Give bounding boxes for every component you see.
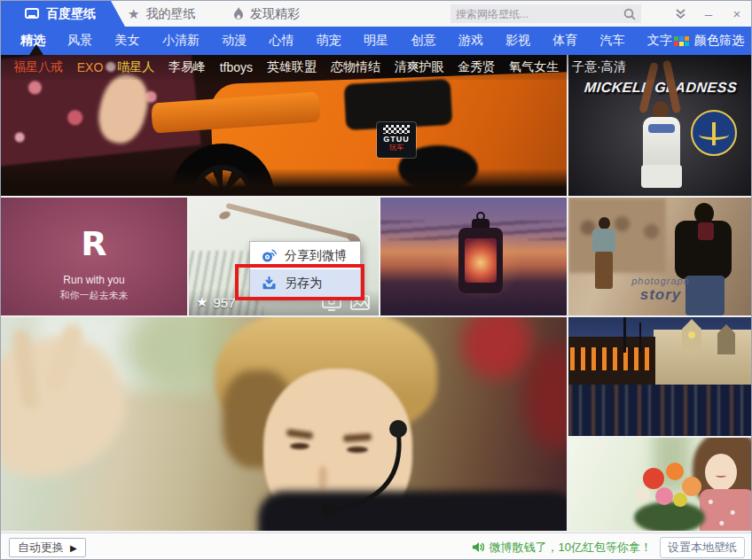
color-filter-button[interactable]: 颜色筛选 [674,27,744,55]
titlebar: 百度壁纸 ★ 我的壁纸 发现精彩 [1,1,751,27]
gtuu-brand-text: GTUU [377,135,416,144]
nav-item-games[interactable]: 游戏 [458,33,483,49]
fashion-man1-head [599,217,610,229]
favorite-star-count[interactable]: ★ 957 [196,294,235,310]
active-category-notch [29,44,43,55]
nav-item-scenery[interactable]: 风景 [67,33,92,49]
tag-fuxingbajie[interactable]: 福星八戒 [13,59,63,75]
play-icon[interactable]: ▶ [70,543,77,553]
fashion-caption-line1: photograph [568,276,752,286]
fashion-caption-line2: story [568,286,752,304]
tag-liyifeng[interactable]: 李易峰 [168,59,206,75]
girl-dress [700,489,752,531]
portrait-bokeh-red [462,317,533,379]
nav-item-creative[interactable]: 创意 [411,33,435,49]
run-logo-glyph: R [1,224,187,263]
tag-lol[interactable]: 英雄联盟 [267,59,317,75]
basketball-title: MICKELL GLADNESS [568,80,752,96]
gtuu-watermark: GTUU 玩车 [377,122,416,158]
watermark-ziyi-hd: 子意·高清 [572,59,626,75]
set-local-wallpaper-label: 设置本地壁纸 [668,540,737,556]
wallpaper-grid: GTUU 玩车 MICKELL GLADNESS 福星八戒 EXO 喵星人 李易… [1,55,751,533]
nav-item-mood[interactable]: 心情 [269,33,294,49]
bouquet-flower [636,487,650,502]
wallpaper-tile-lantern[interactable] [380,198,567,315]
menu-item-save-as[interactable]: 另存为 [250,269,360,297]
category-navbar: 精选 风景 美女 小清新 动漫 心情 萌宠 明星 创意 游戏 影视 体育 汽车 … [1,27,751,55]
tag-tfboys[interactable]: tfboys [220,60,253,74]
lantern-ring [476,212,485,221]
set-local-wallpaper-button[interactable]: 设置本地壁纸 [660,537,745,558]
nav-item-fresh[interactable]: 小清新 [162,33,200,49]
dock-clock-face [688,331,695,338]
colosseum-background [568,198,666,273]
search-input[interactable] [450,8,623,20]
wallpaper-tile-dock-night[interactable] [568,317,752,436]
save-as-icon [262,276,277,290]
speaker-icon [472,541,484,553]
run-title: Run with you [1,274,187,286]
bouquet-leaves [634,502,705,531]
fashion-man2-head [694,203,714,224]
tag-yangqinvsheng[interactable]: 氧气女生 [509,59,559,75]
checkered-flag-icon [383,125,410,134]
tab-my-wallpapers-label: 我的壁纸 [145,6,195,22]
tag-qingshuanghuyan[interactable]: 清爽护眼 [394,59,443,75]
menu-item-share-label: 分享到微博 [285,248,347,264]
promo-notice[interactable]: 微博散钱了，10亿红包等你拿！ [472,533,652,560]
dock-reflections [568,385,752,436]
tag-list: 福星八戒 EXO 喵星人 李易峰 tfboys 英雄联盟 恋物情结 清爽护眼 金… [13,55,559,80]
lantern-body [458,228,503,293]
search-icon[interactable] [623,8,636,20]
nav-item-text[interactable]: 文字 [647,33,672,49]
portrait-bokeh-red2 [524,344,567,450]
girl-smile [716,473,726,478]
wallpaper-tile-run-with-you[interactable]: R Run with you 和你一起去未来 [1,198,187,315]
player-shorts [641,165,682,188]
ship-mast [623,317,626,353]
star-icon: ★ [196,294,208,310]
color-filter-label: 颜色筛选 [694,33,744,49]
window-controls: – × [666,1,751,27]
wallpaper-tile-girl-bouquet[interactable] [568,438,752,531]
girl-face [705,454,737,491]
context-menu: 分享到微博 另存为 [249,241,361,298]
menu-dropdown-icon[interactable] [666,1,694,27]
tag-jinxiuxian[interactable]: 金秀贤 [458,59,495,75]
wallpaper-tile-portrait[interactable] [1,317,567,531]
auto-change-button[interactable]: 自动更换 ▶ [9,538,86,557]
fashion-man2-scarf [698,222,714,240]
tab-my-wallpapers[interactable]: ★ 我的壁纸 [128,1,195,27]
nav-item-cars[interactable]: 汽车 [600,33,625,49]
tab-discover-label: 发现精彩 [250,6,300,22]
bouquet-flower [673,493,687,507]
tab-baidu-wallpaper[interactable]: 百度壁纸 [1,1,127,27]
tag-lianwuqingjie[interactable]: 恋物情结 [331,59,380,75]
close-button[interactable]: × [723,1,751,27]
bouquet-flower [682,477,701,496]
nav-item-movies[interactable]: 影视 [505,33,530,49]
ship-mast2 [639,323,641,353]
tag-miaoxingren[interactable]: 喵星人 [117,59,154,75]
category-list: 精选 风景 美女 小清新 动漫 心情 萌宠 明星 创意 游戏 影视 体育 汽车 … [20,27,672,55]
nav-item-sports[interactable]: 体育 [552,33,577,49]
app-title: 百度壁纸 [46,6,96,22]
gtuu-sub-text: 玩车 [377,144,416,152]
menu-item-share-weibo[interactable]: 分享到微博 [250,242,360,269]
nav-item-anime[interactable]: 动漫 [222,33,247,49]
search-box[interactable] [450,4,641,23]
lantern-glass [465,238,497,283]
tag-exo[interactable]: EXO [77,60,104,74]
weibo-icon [262,249,277,262]
nav-item-pets[interactable]: 萌宠 [317,33,341,49]
bouquet-flower [643,468,664,489]
minimize-button[interactable]: – [694,1,723,27]
tab-discover[interactable]: 发现精彩 [233,1,300,27]
player-jersey [643,117,680,168]
dock-buildings [654,330,752,385]
nav-item-stars[interactable]: 明星 [364,33,388,49]
baidu-wallpaper-window: 百度壁纸 ★ 我的壁纸 发现精彩 [0,0,752,560]
wallpaper-tile-fashion[interactable]: photograph story [568,198,752,315]
nav-item-beauty[interactable]: 美女 [115,33,140,49]
auto-change-label: 自动更换 [18,540,64,556]
